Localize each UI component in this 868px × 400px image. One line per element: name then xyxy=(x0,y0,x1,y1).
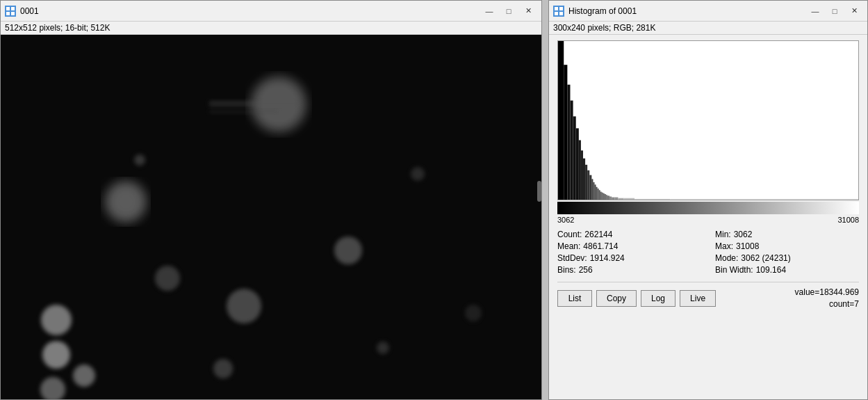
mode-label: Mode: xyxy=(715,253,738,263)
svg-rect-38 xyxy=(587,170,589,200)
histogram-content: 3062 31008 Count: 262144 Min: 3062 Mean:… xyxy=(549,35,867,399)
svg-rect-53 xyxy=(612,198,614,200)
svg-rect-30 xyxy=(567,85,570,200)
histogram-range-min: 3062 xyxy=(557,216,574,224)
histogram-app-icon xyxy=(553,6,564,17)
svg-rect-48 xyxy=(603,193,605,200)
value-display: value=18344.969 xyxy=(795,287,859,298)
histogram-gradient-bar xyxy=(557,202,859,214)
stat-mean: Mean: 4861.714 xyxy=(557,241,701,251)
svg-rect-51 xyxy=(607,195,609,200)
svg-rect-34 xyxy=(579,141,581,200)
stddev-value: 1914.924 xyxy=(590,253,625,263)
count-display: count=7 xyxy=(795,298,859,310)
histogram-titlebar-left: Histogram of 0001 xyxy=(553,6,637,17)
histogram-close-button[interactable]: ✕ xyxy=(845,4,863,18)
svg-rect-39 xyxy=(589,175,591,200)
main-titlebar: 0001 — □ ✕ xyxy=(1,1,541,22)
stat-mode: Mode: 3062 (24231) xyxy=(715,253,859,263)
list-button[interactable]: List xyxy=(557,290,592,307)
log-button[interactable]: Log xyxy=(641,290,675,307)
svg-rect-56 xyxy=(624,198,634,200)
main-close-button[interactable]: ✕ xyxy=(519,4,537,18)
svg-rect-26 xyxy=(559,12,563,15)
svg-rect-22 xyxy=(1,35,541,399)
svg-rect-25 xyxy=(555,12,558,15)
stddev-label: StdDev: xyxy=(557,253,587,263)
mode-value: 3062 (24231) xyxy=(741,253,790,263)
microscopy-svg xyxy=(1,35,541,399)
svg-rect-45 xyxy=(599,190,600,200)
stat-max: Max: 31008 xyxy=(715,241,859,251)
min-value: 3062 xyxy=(734,230,753,239)
histogram-maximize-button[interactable]: □ xyxy=(826,4,844,18)
svg-rect-42 xyxy=(594,184,596,200)
svg-rect-29 xyxy=(564,65,567,200)
svg-rect-1 xyxy=(11,7,15,10)
histogram-chart-area xyxy=(557,40,859,200)
scroll-indicator xyxy=(537,181,541,202)
svg-rect-0 xyxy=(6,7,10,10)
svg-rect-46 xyxy=(600,192,602,200)
app-icon xyxy=(5,6,16,17)
histogram-footer: List Copy Log Live value=18344.969 count… xyxy=(557,282,859,310)
svg-rect-47 xyxy=(602,193,603,200)
footer-value-display: value=18344.969 count=7 xyxy=(795,287,859,310)
svg-rect-49 xyxy=(605,194,606,200)
svg-rect-31 xyxy=(570,101,573,200)
histogram-svg xyxy=(558,41,858,200)
svg-rect-28 xyxy=(558,41,564,200)
binwidth-value: 109.164 xyxy=(756,265,786,275)
count-value: 262144 xyxy=(584,230,612,239)
stat-min: Min: 3062 xyxy=(715,230,859,239)
svg-rect-37 xyxy=(585,165,587,200)
bins-value: 256 xyxy=(579,265,593,275)
svg-rect-57 xyxy=(634,199,670,200)
count-label: Count: xyxy=(557,230,582,239)
histogram-minimize-button[interactable]: — xyxy=(806,4,824,18)
max-label: Max: xyxy=(715,241,733,251)
stat-count: Count: 262144 xyxy=(557,230,701,239)
histogram-window-info: 300x240 pixels; RGB; 281K xyxy=(549,22,867,35)
svg-rect-54 xyxy=(614,198,618,200)
svg-rect-52 xyxy=(609,196,612,200)
svg-rect-27 xyxy=(558,41,858,200)
main-window-title: 0001 xyxy=(20,6,39,16)
svg-rect-24 xyxy=(559,7,563,10)
min-label: Min: xyxy=(715,230,731,239)
svg-rect-40 xyxy=(591,179,593,200)
max-value: 31008 xyxy=(736,241,759,251)
main-window-controls: — □ ✕ xyxy=(480,4,537,18)
svg-rect-23 xyxy=(555,7,558,10)
binwidth-label: Bin Width: xyxy=(715,265,753,275)
svg-rect-50 xyxy=(606,195,607,200)
histogram-stats: Count: 262144 Min: 3062 Mean: 4861.714 M… xyxy=(557,230,859,275)
svg-rect-35 xyxy=(581,150,583,200)
titlebar-left: 0001 xyxy=(5,6,39,17)
histogram-window: Histogram of 0001 — □ ✕ 300x240 pixels; … xyxy=(548,0,868,400)
histogram-range-max: 31008 xyxy=(837,216,859,224)
svg-rect-2 xyxy=(6,12,10,15)
copy-button[interactable]: Copy xyxy=(596,290,637,307)
histogram-titlebar: Histogram of 0001 — □ ✕ xyxy=(549,1,867,22)
main-window-info: 512x512 pixels; 16-bit; 512K xyxy=(1,22,541,35)
svg-rect-58 xyxy=(670,199,858,200)
mean-label: Mean: xyxy=(557,241,580,251)
main-minimize-button[interactable]: — xyxy=(480,4,498,18)
microscopy-image-area xyxy=(1,35,541,399)
svg-rect-33 xyxy=(576,128,579,200)
svg-rect-55 xyxy=(618,198,623,200)
stat-stddev: StdDev: 1914.924 xyxy=(557,253,701,263)
histogram-range: 3062 31008 xyxy=(557,216,859,224)
svg-rect-43 xyxy=(596,187,598,200)
histogram-window-controls: — □ ✕ xyxy=(806,4,863,18)
svg-rect-36 xyxy=(583,159,585,200)
stat-bins: Bins: 256 xyxy=(557,265,701,275)
main-image-window: 0001 — □ ✕ 512x512 pixels; 16-bit; 512K xyxy=(0,0,542,400)
svg-rect-3 xyxy=(11,12,15,15)
live-button[interactable]: Live xyxy=(680,290,716,307)
svg-rect-41 xyxy=(593,182,594,200)
svg-rect-32 xyxy=(573,116,576,200)
stat-binwidth: Bin Width: 109.164 xyxy=(715,265,859,275)
main-maximize-button[interactable]: □ xyxy=(500,4,518,18)
